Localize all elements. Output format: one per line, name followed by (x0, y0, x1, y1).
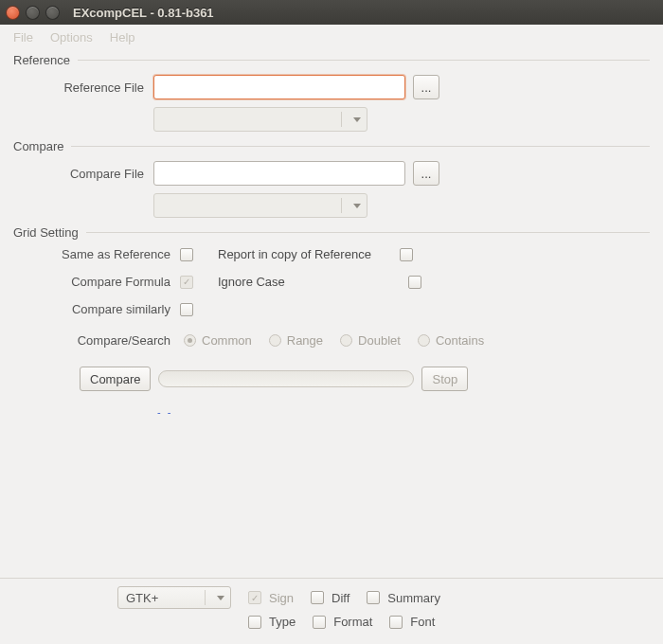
compare-formula-checkbox: ✓ (180, 276, 193, 289)
compare-browse-button[interactable]: ... (413, 161, 439, 186)
menubar: File Options Help (0, 25, 663, 49)
progress-bar (158, 370, 414, 387)
radio-range: Range (269, 333, 323, 348)
format-check[interactable]: Format (313, 615, 372, 629)
group-grid-setting: Grid Setting Same as Reference Report in… (13, 225, 650, 419)
reference-file-input[interactable] (153, 75, 405, 99)
radio-contains: Contains (418, 333, 484, 348)
same-as-reference-label: Same as Reference (13, 247, 180, 261)
font-check[interactable]: Font (389, 615, 435, 629)
theme-value: GTK+ (126, 591, 158, 605)
compare-search-label: Compare/Search (13, 333, 180, 348)
ignore-case-label: Ignore Case (218, 275, 285, 289)
chevron-down-icon (217, 596, 224, 600)
sign-check: ✓Sign (248, 591, 294, 605)
type-check[interactable]: Type (248, 615, 296, 629)
bottom-bar: GTK+ ✓Sign Diff Summary Type Format Font (0, 578, 663, 644)
reference-sheet-combo (153, 107, 367, 132)
compare-sheet-combo (153, 193, 367, 218)
window-close-button[interactable] (6, 6, 20, 20)
same-as-reference-checkbox[interactable] (180, 248, 193, 261)
divider (86, 232, 650, 233)
radio-doublet: Doublet (340, 333, 401, 348)
menu-options[interactable]: Options (43, 27, 100, 47)
group-title-reference: Reference (13, 53, 70, 67)
compare-formula-label: Compare Formula (13, 275, 180, 289)
content-area: Reference Reference File ... Compare Com… (0, 49, 663, 430)
compare-file-input[interactable] (153, 161, 405, 186)
group-compare: Compare Compare File ... (13, 139, 650, 218)
reference-file-label: Reference File (13, 80, 153, 95)
divider (78, 60, 650, 61)
compare-button[interactable]: Compare (80, 367, 151, 391)
divider (71, 146, 650, 147)
chevron-down-icon (353, 117, 361, 122)
window-title: EXcompCEL - 0.81-b361 (73, 6, 214, 20)
report-copy-checkbox[interactable] (400, 248, 413, 261)
menu-help[interactable]: Help (102, 27, 143, 47)
group-reference: Reference Reference File ... (13, 53, 650, 132)
compare-similarly-label: Compare similarly (13, 302, 180, 316)
group-title-compare: Compare (13, 139, 63, 153)
summary-check[interactable]: Summary (367, 591, 440, 605)
window-minimize-button[interactable] (26, 6, 40, 20)
window-maximize-button[interactable] (45, 6, 60, 20)
diff-check[interactable]: Diff (311, 591, 349, 605)
result-link[interactable]: - - (157, 406, 172, 418)
ignore-case-checkbox[interactable] (408, 276, 421, 289)
menu-file[interactable]: File (6, 27, 41, 47)
chevron-down-icon (353, 204, 361, 208)
compare-file-label: Compare File (13, 167, 153, 181)
titlebar: EXcompCEL - 0.81-b361 (0, 0, 663, 25)
group-title-grid: Grid Setting (13, 225, 79, 240)
radio-common: Common (184, 333, 252, 348)
theme-combo[interactable]: GTK+ (117, 586, 231, 609)
reference-browse-button[interactable]: ... (413, 75, 439, 99)
compare-similarly-checkbox[interactable] (180, 303, 193, 316)
report-copy-label: Report in copy of Reference (218, 247, 371, 261)
stop-button: Stop (421, 367, 468, 391)
